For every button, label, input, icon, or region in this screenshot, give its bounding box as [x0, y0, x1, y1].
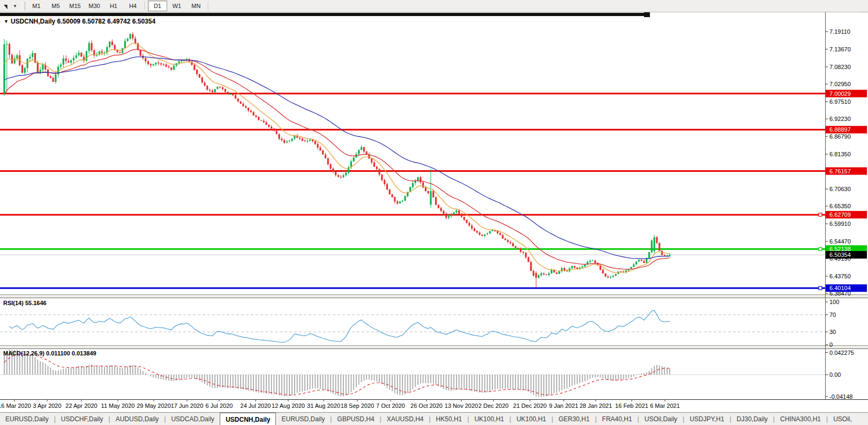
date-axis-label: 17 Jun 2020	[171, 403, 204, 409]
price-axis-tick: 6.43750	[829, 273, 851, 279]
chart-tab-uk100-h1[interactable]: UK100,H1	[469, 413, 509, 425]
date-axis-label: 9 Jan 2021	[549, 403, 578, 409]
rsi-axis-tick: 0	[829, 341, 833, 348]
chart-tab-ger30-h1[interactable]: GER30,H1	[553, 413, 595, 425]
chart-tab-bar: EURUSD,Daily|USDCHF,Daily|AUDUSD,Daily|U…	[0, 412, 868, 425]
chart-tab-usoil-daily[interactable]: USOil,Daily	[639, 413, 683, 425]
cursor-pointer-icon[interactable]	[0, 1, 13, 11]
price-axis-tick: 7.08230	[829, 64, 851, 70]
timeframe-button-m1[interactable]: M1	[27, 1, 46, 11]
price-axis-tick: 7.19110	[829, 28, 850, 35]
chart-window[interactable]: ▼USDCNH,Daily 6.50009 6.50782 6.49742 6.…	[0, 12, 868, 411]
toolbar-separator	[145, 2, 146, 10]
chart-tab-eurusd-daily[interactable]: EURUSD,Daily	[0, 413, 54, 425]
macd-axis-tick: 0.042275	[829, 350, 854, 356]
date-axis-label: 22 Apr 2020	[65, 403, 97, 409]
price-level-badge: 6.40104	[829, 285, 851, 291]
date-axis-label: 26 Oct 2020	[410, 403, 443, 409]
chart-tab-hk50-h1[interactable]: HK50,H1	[431, 413, 468, 425]
chart-tab-uk100-h1[interactable]: UK100,H1	[511, 413, 551, 425]
price-axis-tick: 6.65350	[829, 203, 851, 209]
price-axis-tick: 7.13670	[829, 46, 851, 52]
chart-title: ▼USDCNH,Daily 6.50009 6.50782 6.49742 6.…	[4, 18, 155, 25]
chart-tab-usdjpy-h1[interactable]: USDJPY,H1	[684, 413, 729, 425]
date-axis-label: 31 Aug 2020	[307, 403, 340, 409]
date-axis-label: 16 Mar 2020	[0, 403, 31, 409]
toolbar-grip	[21, 2, 25, 10]
toolbar-separator	[208, 2, 209, 10]
date-axis-label: 2 Dec 2020	[478, 403, 508, 409]
rsi-axis-tick: 30	[829, 329, 836, 335]
rsi-axis-tick: 100	[829, 299, 839, 305]
chevron-down-icon[interactable]: ▼	[13, 4, 19, 9]
date-axis-label: 21 Dec 2020	[513, 403, 547, 409]
chart-tab-eurusd-daily[interactable]: EURUSD,Daily	[276, 413, 330, 425]
timeframe-button-h1[interactable]: H1	[104, 1, 123, 11]
timeframe-button-m30[interactable]: M30	[85, 1, 104, 11]
date-axis-label: 12 Aug 2020	[272, 403, 305, 409]
price-axis-tick: 6.92230	[829, 116, 851, 122]
timeframe-toolbar: ▼ M1M5M15M30H1H4D1W1MN	[0, 0, 868, 12]
chart-tab-usdcad-daily[interactable]: USDCAD,Daily	[166, 413, 220, 425]
timeframe-button-h4[interactable]: H4	[123, 1, 143, 11]
price-axis-tick: 6.54470	[829, 238, 851, 245]
chart-tab-china300-h1[interactable]: CHINA300,H1	[775, 413, 826, 425]
price-axis-tick: 6.81350	[829, 151, 851, 157]
price-axis-tick: 6.97510	[829, 98, 851, 105]
date-axis-label: 6 Jul 2020	[206, 403, 233, 409]
macd-indicator-label: MACD(12,26,9) 0.011100 0.013849	[3, 350, 96, 356]
chart-tab-gbpusd-h4[interactable]: GBPUSD,H4	[332, 413, 379, 425]
date-axis-label: 16 Feb 2021	[615, 403, 648, 409]
price-level-badge: 6.88897	[829, 126, 851, 133]
chart-title-text: USDCNH,Daily 6.50009 6.50782 6.49742 6.5…	[11, 18, 155, 25]
price-axis-tick: 7.02950	[829, 81, 851, 87]
timeframe-button-w1[interactable]: W1	[167, 1, 186, 11]
date-axis-label: 7 Oct 2020	[376, 403, 405, 409]
timeframe-button-d1[interactable]: D1	[148, 1, 167, 11]
date-axis-label: 13 Nov 2020	[445, 403, 478, 409]
price-level-badge: 6.76157	[829, 168, 851, 174]
date-axis-label: 29 May 2020	[137, 403, 171, 409]
price-level-badge: 6.62709	[829, 211, 851, 218]
timeframe-button-m5[interactable]: M5	[46, 1, 65, 11]
chart-dropdown-triangle-icon[interactable]: ▼	[4, 19, 9, 24]
chart-tab-usdchf-daily[interactable]: USDCHF,Daily	[56, 413, 109, 425]
chart-tab-xauusd-h4[interactable]: XAUUSD,H4	[381, 413, 429, 425]
price-axis-tick: 6.86790	[829, 133, 851, 140]
timeframe-button-m15[interactable]: M15	[65, 1, 85, 11]
rsi-axis-tick: 70	[829, 312, 836, 318]
date-axis-label: 11 May 2020	[101, 403, 135, 409]
chart-tab-usdcnh-daily[interactable]: USDCNH,Daily	[220, 413, 276, 425]
timeframe-button-mn[interactable]: MN	[186, 1, 206, 11]
date-axis-label: 3 Apr 2020	[33, 403, 61, 409]
price-chart-canvas[interactable]: 7.191107.136707.082307.029506.975106.922…	[0, 12, 868, 411]
price-level-badge: 7.00029	[829, 90, 851, 97]
price-axis-tick: 6.59910	[829, 221, 851, 227]
chart-tab-usoil[interactable]: USOil,	[828, 413, 857, 425]
date-axis-label: 24 Jul 2020	[241, 403, 271, 409]
date-axis-label: 18 Sep 2020	[341, 403, 374, 409]
macd-axis-tick: 0.00	[829, 371, 841, 378]
macd-axis-tick: -0.04148	[829, 393, 852, 400]
date-axis-label: 28 Jan 2021	[580, 403, 612, 409]
chart-tab-dj30-daily[interactable]: DJ30,Daily	[731, 413, 773, 425]
chart-tab-fra40-h1[interactable]: FRA40,H1	[597, 413, 638, 425]
price-level-badge: 6.50354	[829, 252, 851, 258]
date-axis-label: 6 Mar 2021	[650, 403, 680, 409]
chart-tab-audusd-daily[interactable]: AUDUSD,Daily	[110, 413, 164, 425]
price-axis-tick: 6.70630	[829, 186, 851, 192]
rsi-indicator-label: RSI(14) 55.1646	[3, 300, 47, 306]
